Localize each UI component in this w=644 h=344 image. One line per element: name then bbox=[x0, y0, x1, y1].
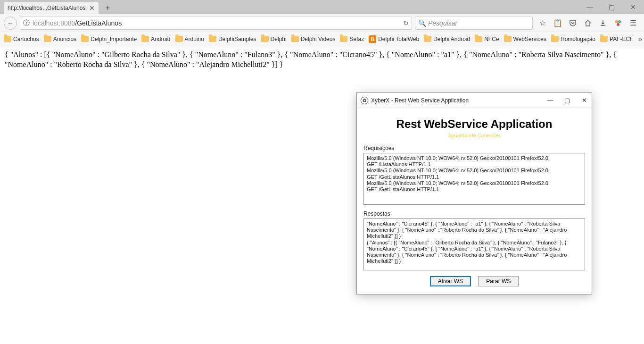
folder-icon bbox=[340, 36, 347, 42]
minimize-button[interactable]: — bbox=[579, 0, 601, 14]
folder-icon bbox=[475, 36, 482, 42]
bookmark-sefaz[interactable]: Sefaz bbox=[340, 36, 364, 42]
bookmarks-bar: Cartuchos Anuncios Delphi_Importante And… bbox=[0, 32, 644, 46]
dialog-maximize-button[interactable]: ▢ bbox=[563, 97, 571, 104]
svg-point-2 bbox=[617, 23, 619, 26]
bookmark-star-icon[interactable]: ☆ bbox=[538, 19, 547, 27]
address-bar[interactable]: ⓘ localhost:8080/GetListaAlunos ↻ bbox=[20, 17, 412, 30]
rest-ws-dialog: ✿ XyberX - Rest Web Service Application … bbox=[356, 92, 592, 294]
dialog-body: Rest WebService Application Aguardando C… bbox=[357, 108, 592, 294]
bookmark-homologacao[interactable]: Homologação bbox=[551, 36, 595, 42]
bookmark-arduino[interactable]: Arduino bbox=[175, 36, 204, 42]
search-placeholder: Pesquisar bbox=[428, 19, 457, 27]
url-text: localhost:8080/GetListaAlunos bbox=[33, 19, 400, 27]
search-input[interactable]: 🔍 Pesquisar bbox=[415, 17, 533, 30]
app-icon: ✿ bbox=[361, 97, 368, 104]
folder-icon bbox=[209, 36, 216, 42]
bookmark-delphi-videos[interactable]: Delphi Videos bbox=[291, 36, 336, 42]
requests-label: Requisições bbox=[363, 145, 585, 151]
folder-icon bbox=[175, 36, 183, 42]
dialog-window-controls: — ▢ ✕ bbox=[546, 97, 588, 104]
bookmark-android[interactable]: Android bbox=[141, 36, 170, 42]
extension-icon[interactable] bbox=[614, 19, 622, 27]
dialog-titlebar[interactable]: ✿ XyberX - Rest Web Service Application … bbox=[357, 93, 592, 108]
bookmark-delphisamples[interactable]: DelphiSamples bbox=[209, 36, 256, 42]
close-window-button[interactable]: ✕ bbox=[622, 0, 644, 14]
browser-tab[interactable]: http://localhos...GetListaAlunos ✕ bbox=[4, 2, 99, 14]
browser-tab-bar: http://localhos...GetListaAlunos ✕ + — ▢… bbox=[0, 0, 644, 14]
responses-label: Respostas bbox=[363, 210, 585, 217]
folder-icon bbox=[424, 36, 431, 42]
maximize-button[interactable]: ▢ bbox=[601, 0, 622, 14]
folder-icon bbox=[4, 36, 11, 42]
bookmark-delphi[interactable]: Delphi bbox=[261, 36, 287, 42]
bookmark-cartuchos[interactable]: Cartuchos bbox=[4, 36, 39, 42]
folder-icon bbox=[600, 36, 608, 42]
folder-icon bbox=[81, 36, 89, 42]
bookmark-anuncios[interactable]: Anuncios bbox=[44, 36, 76, 42]
folder-icon bbox=[261, 36, 269, 42]
bookmark-delphi-android[interactable]: Delphi Android bbox=[424, 36, 470, 42]
window-controls: — ▢ ✕ bbox=[579, 0, 644, 14]
folder-icon bbox=[141, 36, 149, 42]
folder-icon bbox=[44, 36, 51, 42]
dialog-minimize-button[interactable]: — bbox=[546, 97, 554, 104]
library-icon[interactable]: 📋 bbox=[553, 19, 562, 27]
bookmark-webservices[interactable]: WebServices bbox=[504, 36, 546, 42]
bookmark-delphi-totalweb[interactable]: BDelphi TotalWeb bbox=[369, 35, 419, 43]
dialog-subtitle: Aguardando Conexões bbox=[363, 133, 585, 138]
pocket-icon[interactable] bbox=[569, 19, 577, 27]
folder-icon bbox=[504, 36, 512, 42]
reload-icon[interactable]: ↻ bbox=[403, 19, 409, 27]
parar-ws-button[interactable]: Parar WS bbox=[478, 276, 519, 286]
dialog-title-text: XyberX - Rest Web Service Application bbox=[371, 97, 469, 104]
tab-title: http://localhos...GetListaAlunos bbox=[8, 5, 85, 11]
svg-point-1 bbox=[618, 20, 621, 23]
ativar-ws-button[interactable]: Ativar WS bbox=[430, 276, 471, 286]
requests-box[interactable]: Mozilla/5.0 (Windows NT 10.0; WOW64; rv:… bbox=[363, 153, 585, 205]
bookmark-delphi-importante[interactable]: Delphi_Importante bbox=[81, 36, 137, 42]
dialog-heading: Rest WebService Application bbox=[363, 117, 585, 131]
toolbar-icons: ☆ 📋 ☰ bbox=[536, 19, 640, 27]
menu-icon[interactable]: ☰ bbox=[629, 19, 637, 27]
home-icon[interactable] bbox=[584, 19, 592, 27]
download-icon[interactable] bbox=[599, 19, 607, 27]
search-icon: 🔍 bbox=[418, 19, 426, 27]
dialog-buttons: Ativar WS Parar WS bbox=[363, 276, 585, 286]
bookmark-paf-ecf[interactable]: PAF-ECF bbox=[600, 36, 633, 42]
dialog-close-button[interactable]: ✕ bbox=[580, 97, 588, 104]
svg-point-0 bbox=[615, 20, 618, 23]
navigation-bar: ← ⓘ localhost:8080/GetListaAlunos ↻ 🔍 Pe… bbox=[0, 14, 644, 32]
bookmarks-overflow-icon[interactable]: » bbox=[638, 35, 643, 43]
blogger-icon: B bbox=[369, 35, 376, 43]
folder-icon bbox=[551, 36, 559, 42]
back-button[interactable]: ← bbox=[4, 17, 17, 30]
responses-box[interactable]: "NomeAluno" : "Cicrano45" }, { "NomeAlun… bbox=[363, 218, 585, 270]
page-content: { "Alunos" : [{ "NomeAluno" : "Gilberto … bbox=[0, 46, 644, 74]
folder-icon bbox=[291, 36, 299, 42]
new-tab-button[interactable]: + bbox=[101, 2, 114, 14]
site-info-icon[interactable]: ⓘ bbox=[23, 19, 30, 27]
close-tab-icon[interactable]: ✕ bbox=[89, 4, 95, 12]
bookmark-nfce[interactable]: NFCe bbox=[475, 36, 499, 42]
